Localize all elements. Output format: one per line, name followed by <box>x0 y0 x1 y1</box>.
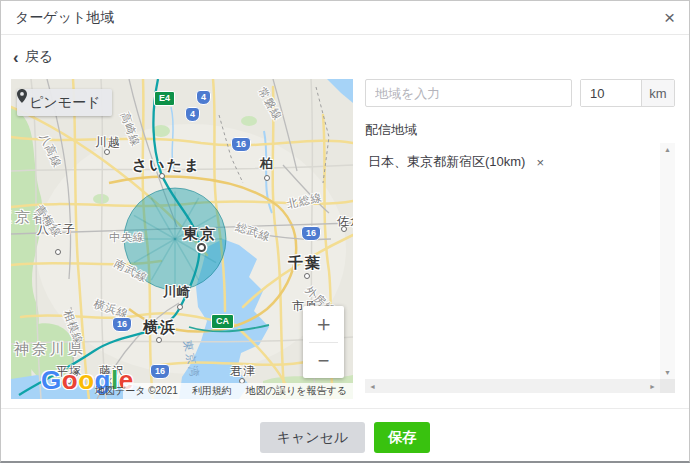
modal-title: ターゲット地域 <box>15 9 114 27</box>
scroll-left-icon[interactable]: ◄ <box>369 383 376 390</box>
modal-header: ターゲット地域 × <box>1 1 689 35</box>
close-icon[interactable]: × <box>664 8 675 27</box>
scroll-up-icon[interactable]: ▲ <box>664 146 671 153</box>
zoom-out-button[interactable]: － <box>303 343 344 379</box>
radius-circle-overlay <box>124 188 226 290</box>
pin-icon <box>17 89 27 103</box>
map-container: 川越さいたま柏八王子東京川崎横浜千葉君津平塚藤沢市原佐倉神奈川県東京都八高線高崎… <box>11 79 353 399</box>
scroll-down-icon[interactable]: ▼ <box>664 369 671 376</box>
back-label: 戻る <box>25 48 53 66</box>
region-search-input[interactable] <box>365 79 572 107</box>
region-input-row: km <box>365 79 675 107</box>
delivery-regions-label: 配信地域 <box>365 121 675 139</box>
scrollbar-corner <box>660 379 675 393</box>
pin-mode-label: ピンモード <box>29 94 100 112</box>
chevron-left-icon: ‹ <box>13 49 19 66</box>
map-canvas[interactable] <box>11 79 353 399</box>
modal-content: 川越さいたま柏八王子東京川崎横浜千葉君津平塚藤沢市原佐倉神奈川県東京都八高線高崎… <box>1 65 689 399</box>
back-link[interactable]: ‹ 戻る <box>13 48 53 66</box>
zoom-in-button[interactable]: ＋ <box>303 306 344 342</box>
region-panel: km 配信地域 日本、東京都新宿区(10km)× ▲ ▼ ◄ ► <box>365 79 675 399</box>
radius-value-input[interactable] <box>581 80 641 106</box>
cancel-button[interactable]: キャンセル <box>260 422 366 453</box>
pin-mode-button[interactable]: ピンモード <box>17 89 112 116</box>
terms-link[interactable]: 利用規約 <box>192 384 232 398</box>
region-items: 日本、東京都新宿区(10km)× <box>365 143 659 379</box>
horizontal-scrollbar[interactable]: ◄ ► <box>365 379 660 393</box>
map-data-copyright: 地図データ ©2021 <box>95 384 178 398</box>
report-error-link[interactable]: 地図の誤りを報告する <box>246 384 347 398</box>
modal-footer: キャンセル 保存 <box>1 408 689 453</box>
save-button[interactable]: 保存 <box>374 422 430 453</box>
radius-unit-label: km <box>641 80 674 106</box>
region-item-label: 日本、東京都新宿区(10km) <box>368 153 525 171</box>
target-region-modal: ターゲット地域 × ‹ 戻る <box>0 0 690 463</box>
scroll-right-icon[interactable]: ► <box>649 383 656 390</box>
map-attribution: 地図データ ©2021 利用規約 地図の誤りを報告する <box>123 383 353 399</box>
region-item: 日本、東京都新宿区(10km)× <box>365 143 659 181</box>
remove-region-icon[interactable]: × <box>536 155 544 170</box>
back-row: ‹ 戻る <box>1 35 689 65</box>
delivery-regions-list: 日本、東京都新宿区(10km)× ▲ ▼ ◄ ► <box>365 143 675 393</box>
vertical-scrollbar[interactable]: ▲ ▼ <box>660 143 675 379</box>
radius-input-group: km <box>580 79 675 107</box>
map-zoom-control: ＋ － <box>303 306 344 378</box>
